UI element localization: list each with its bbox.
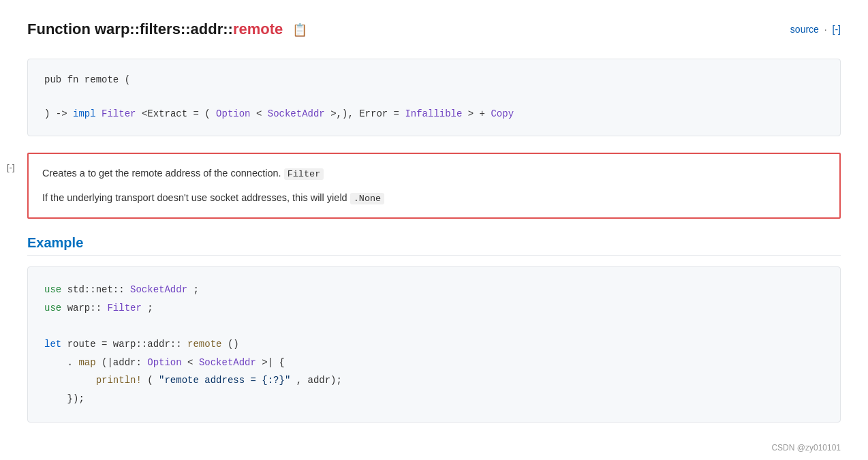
example-title: Example	[27, 235, 841, 256]
type-filter: Filter	[102, 108, 136, 119]
header-links: source · [-]	[790, 24, 841, 35]
type-option: Option	[216, 108, 250, 119]
footer-attribution: CSDN @zy010101	[771, 443, 841, 453]
code-example: use std::net:: SocketAddr ; use warp:: F…	[27, 266, 841, 422]
fn-name: remote	[84, 74, 119, 85]
copy-icon[interactable]: 📋	[292, 22, 307, 37]
example-line-5: . map (|addr: Option < SocketAddr >| {	[44, 354, 824, 372]
source-link[interactable]: source	[790, 24, 819, 35]
page-footer: CSDN @zy010101	[27, 443, 841, 453]
desc-p1-code: Filter	[284, 168, 324, 180]
desc-p2-text: If the underlying transport doesn't use …	[42, 192, 347, 203]
sig-line1: pub fn remote (	[44, 72, 824, 89]
example-line-3	[44, 318, 824, 336]
example-section: Example use std::net:: SocketAddr ; use …	[27, 235, 841, 422]
description-container: [-] Creates a to get the remote address …	[27, 153, 841, 219]
collapse-button[interactable]: [-]	[7, 162, 15, 172]
sig-empty	[44, 89, 824, 106]
type-infallible: Infallible	[405, 108, 462, 119]
link-separator: ·	[824, 24, 827, 35]
sig-line2: ) -> impl Filter <Extract = ( Option < S…	[44, 106, 824, 123]
example-line-4: let route = warp::addr:: remote ()	[44, 335, 824, 354]
kw-fn: fn	[67, 74, 79, 85]
description-box: Creates a to get the remote address of t…	[27, 153, 841, 219]
kw-impl: impl	[73, 108, 96, 119]
desc-p2-code: .None	[350, 193, 385, 204]
title-highlight: remote	[233, 20, 283, 37]
page-header: Function warp::filters::addr::remote 📋 s…	[27, 20, 841, 38]
example-line-6: println! ( "remote address = {:?}" , add…	[44, 371, 824, 390]
example-line-2: use warp:: Filter ;	[44, 299, 824, 318]
kw-pub: pub	[44, 74, 61, 85]
collapse-link[interactable]: [-]	[833, 24, 841, 35]
desc-p1-text: Creates a to get the remote address of t…	[42, 168, 281, 179]
example-line-1: use std::net:: SocketAddr ;	[44, 281, 824, 299]
function-signature: pub fn remote ( ) -> impl Filter <Extrac…	[27, 59, 841, 136]
desc-paragraph2: If the underlying transport doesn't use …	[42, 189, 826, 207]
desc-paragraph1: Creates a to get the remote address of t…	[42, 165, 826, 183]
page-title: Function warp::filters::addr::remote 📋	[27, 20, 307, 38]
title-prefix: Function warp::filters::addr::	[27, 20, 233, 37]
type-socketaddr: SocketAddr	[268, 108, 325, 119]
example-line-7: });	[44, 390, 824, 408]
type-copy: Copy	[491, 108, 514, 119]
